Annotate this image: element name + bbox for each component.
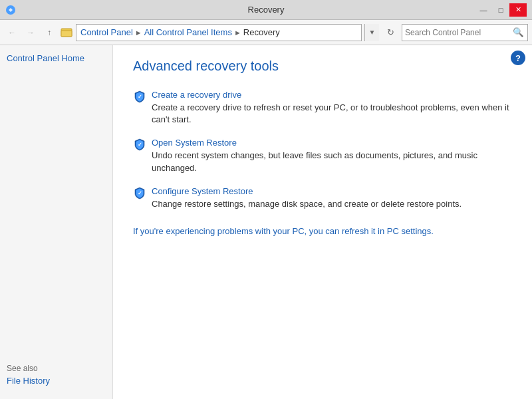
sidebar-bottom: See also File History <box>0 364 113 386</box>
path-icon <box>60 26 73 39</box>
close-button[interactable]: ✕ <box>509 3 527 17</box>
shield-icon-2: ✓ <box>133 138 146 151</box>
path-control-panel[interactable]: Control Panel <box>80 27 133 37</box>
file-history-link[interactable]: File History <box>7 376 106 386</box>
content-area: ? Advanced recovery tools ✓ Create a rec… <box>113 45 532 399</box>
see-also-label: See also <box>7 364 106 373</box>
path-current: Recovery <box>243 27 280 37</box>
recovery-item-configure-restore: ✓ Configure System Restore Change restor… <box>133 186 512 210</box>
up-button[interactable]: ↑ <box>41 25 57 41</box>
item-content-3: Configure System Restore Change restore … <box>152 186 512 210</box>
open-system-restore-link[interactable]: Open System Restore <box>152 138 512 148</box>
svg-rect-2 <box>61 31 72 37</box>
address-bar: ← → ↑ Control Panel ► All Control Panel … <box>0 20 532 45</box>
title-bar: Recovery — □ ✕ <box>0 0 532 20</box>
shield-icon-1: ✓ <box>133 90 146 103</box>
path-all-items[interactable]: All Control Panel Items <box>144 27 232 37</box>
open-system-restore-desc: Undo recent system changes, but leave fi… <box>152 150 477 172</box>
item-content-1: Create a recovery drive Create a recover… <box>152 90 512 126</box>
configure-system-restore-link[interactable]: Configure System Restore <box>152 186 512 196</box>
minimize-button[interactable]: — <box>475 3 492 17</box>
search-input[interactable] <box>405 28 511 37</box>
create-recovery-drive-desc: Create a recovery drive to refresh or re… <box>152 102 509 124</box>
svg-text:✓: ✓ <box>138 190 142 196</box>
svg-text:✓: ✓ <box>138 94 142 100</box>
help-button[interactable]: ? <box>511 51 525 65</box>
search-box: 🔍 <box>402 24 528 41</box>
configure-system-restore-desc: Change restore settings, manage disk spa… <box>152 199 462 209</box>
recovery-item-open-restore: ✓ Open System Restore Undo recent system… <box>133 138 512 174</box>
sidebar: Control Panel Home See also File History <box>0 45 113 399</box>
title-bar-left <box>5 5 16 15</box>
window-controls: — □ ✕ <box>475 3 527 17</box>
path-sep-2: ► <box>234 29 241 37</box>
svg-text:✓: ✓ <box>138 142 142 148</box>
window-title: Recovery <box>248 5 285 15</box>
search-button[interactable]: 🔍 <box>511 26 525 39</box>
recovery-item-create-drive: ✓ Create a recovery drive Create a recov… <box>133 90 512 126</box>
maximize-button[interactable]: □ <box>492 3 509 17</box>
pc-settings-refresh-link[interactable]: If you're experiencing problems with you… <box>133 226 512 236</box>
control-panel-home-link[interactable]: Control Panel Home <box>7 53 106 63</box>
address-path[interactable]: Control Panel ► All Control Panel Items … <box>76 24 362 41</box>
shield-icon-3: ✓ <box>133 186 146 200</box>
path-sep-1: ► <box>135 29 142 37</box>
forward-button[interactable]: → <box>23 25 39 41</box>
app-icon <box>5 5 16 15</box>
page-title: Advanced recovery tools <box>133 59 512 74</box>
main-content: Control Panel Home See also File History… <box>0 45 532 399</box>
back-button[interactable]: ← <box>4 25 20 41</box>
item-content-2: Open System Restore Undo recent system c… <box>152 138 512 174</box>
create-recovery-drive-link[interactable]: Create a recovery drive <box>152 90 512 100</box>
path-dropdown-button[interactable]: ▼ <box>364 24 379 41</box>
refresh-button[interactable]: ↻ <box>382 24 399 41</box>
